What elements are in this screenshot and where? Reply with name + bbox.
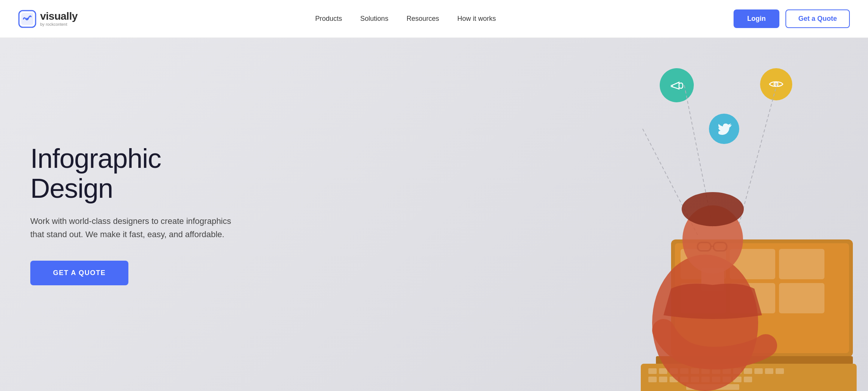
nav-resources[interactable]: Resources: [406, 15, 439, 23]
logo-sub: by rockcontent: [40, 22, 78, 27]
svg-rect-12: [779, 249, 824, 279]
hero-description: Work with world-class designers to creat…: [30, 214, 235, 241]
nav-actions: Login Get a Quote: [734, 9, 850, 28]
svg-rect-31: [648, 377, 657, 382]
logo-name: visually: [40, 11, 78, 22]
login-button[interactable]: Login: [734, 9, 779, 28]
hero-illustration: [527, 38, 868, 391]
svg-rect-30: [776, 368, 784, 374]
svg-rect-19: [659, 368, 667, 374]
hero-cta-button[interactable]: GET A QUOTE: [30, 261, 128, 285]
navbar: visually by rockcontent Products Solutio…: [0, 0, 868, 38]
svg-rect-18: [648, 368, 657, 374]
nav-products[interactable]: Products: [315, 15, 342, 23]
svg-point-2: [26, 18, 28, 20]
hero-section: Infographic Design Work with world-class…: [0, 38, 868, 391]
svg-rect-32: [659, 377, 667, 382]
logo-icon: [18, 10, 36, 28]
nav-how-it-works[interactable]: How it works: [457, 15, 496, 23]
svg-rect-40: [744, 377, 752, 382]
nav-solutions[interactable]: Solutions: [360, 15, 388, 23]
svg-rect-29: [765, 368, 773, 374]
svg-rect-27: [744, 368, 752, 374]
logo-text: visually by rockcontent: [40, 11, 78, 27]
hero-title: Infographic Design: [30, 144, 235, 203]
nav-links: Products Solutions Resources How it work…: [315, 15, 496, 23]
svg-point-44: [682, 192, 744, 226]
svg-rect-15: [779, 283, 824, 313]
svg-rect-28: [754, 368, 763, 374]
hero-content: Infographic Design Work with world-class…: [0, 144, 265, 285]
get-quote-button-nav[interactable]: Get a Quote: [785, 9, 850, 28]
logo[interactable]: visually by rockcontent: [18, 10, 78, 28]
person-laptop-illustration: [573, 58, 868, 391]
